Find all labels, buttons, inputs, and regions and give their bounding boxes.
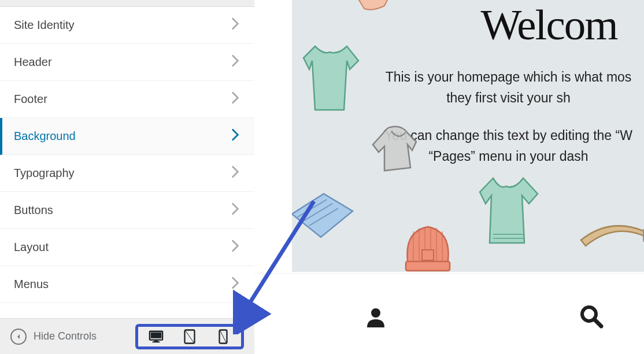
panel-item-menus[interactable]: Menus: [0, 266, 254, 303]
panel-item-label: Layout: [14, 241, 49, 254]
illustration-beanie-icon: [399, 220, 457, 272]
svg-point-9: [371, 308, 380, 318]
chevron-right-icon: [231, 276, 239, 292]
illustration-fabric-icon: [292, 191, 358, 243]
svg-rect-3: [153, 341, 160, 342]
hero-paragraph-line: “Pages” menu in your dash: [428, 149, 588, 164]
preview-footer-bar: [254, 273, 644, 354]
panel-item-background[interactable]: Background: [0, 118, 254, 155]
customizer-sidebar: Site Identity Header Footer Background T…: [0, 0, 254, 354]
chevron-right-icon: [231, 128, 239, 144]
collapse-left-icon: [10, 329, 27, 345]
chevron-right-icon: [231, 54, 239, 70]
panel-item-label: Footer: [14, 93, 47, 106]
illustration-sweater-icon: [471, 174, 546, 255]
device-preview-switcher: [135, 324, 244, 349]
illustration-shirt-icon: [298, 40, 364, 116]
panel-header-gap: [0, 0, 254, 7]
chevron-right-icon: [231, 165, 239, 181]
panel-item-label: Menus: [14, 278, 49, 291]
mobile-icon[interactable]: [216, 330, 231, 343]
account-icon[interactable]: [364, 305, 387, 331]
customizer-panel-list: Site Identity Header Footer Background T…: [0, 7, 254, 318]
svg-line-11: [594, 319, 601, 326]
hide-controls-label: Hide Controls: [34, 330, 97, 342]
chevron-right-icon: [231, 17, 239, 33]
homepage-hero: Welcom This is your homepage which is wh…: [292, 0, 644, 272]
hero-paragraph-line: they first visit your sh: [446, 90, 571, 105]
chevron-right-icon: [231, 91, 239, 107]
preview-pane: Welcom This is your homepage which is wh…: [254, 0, 644, 354]
chevron-right-icon: [231, 202, 239, 218]
panel-item-label: Header: [14, 56, 52, 69]
panel-item-label: Typography: [14, 167, 75, 180]
svg-rect-1: [151, 332, 162, 338]
panel-item-label: Background: [14, 130, 76, 143]
search-icon[interactable]: [579, 304, 604, 331]
illustration-shirt-icon: [350, 0, 402, 17]
panel-item-footer[interactable]: Footer: [0, 81, 254, 118]
illustration-hoodie-icon: [367, 124, 425, 176]
tablet-icon[interactable]: [182, 330, 197, 343]
chevron-right-icon: [231, 239, 239, 255]
panel-item-label: Buttons: [14, 204, 53, 217]
panel-item-header[interactable]: Header: [0, 44, 254, 81]
hide-controls-button[interactable]: Hide Controls: [10, 329, 97, 345]
hero-paragraph-line: This is your homepage which is what mos: [386, 69, 632, 84]
desktop-icon[interactable]: [149, 330, 164, 343]
panel-item-label: Site Identity: [14, 19, 75, 32]
svg-rect-6: [406, 261, 450, 271]
hero-title: Welcom: [454, 0, 644, 50]
panel-item-layout[interactable]: Layout: [0, 229, 254, 266]
panel-item-site-identity[interactable]: Site Identity: [0, 7, 254, 44]
customizer-bottom-bar: Hide Controls: [0, 318, 254, 354]
illustration-belt-icon: [575, 214, 644, 260]
panel-item-buttons[interactable]: Buttons: [0, 192, 254, 229]
panel-item-typography[interactable]: Typography: [0, 155, 254, 192]
